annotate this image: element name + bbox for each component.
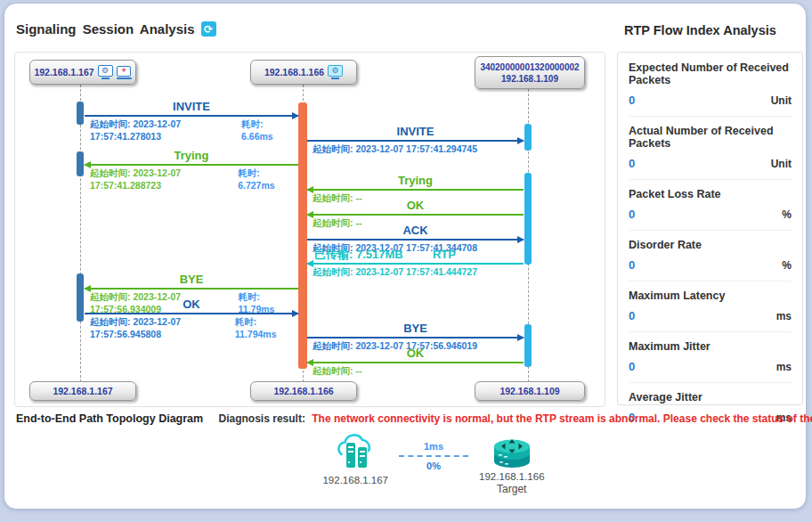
metric-expected-number-of-received-packets: Expected Number of Received Packets0Unit	[629, 53, 792, 117]
message-arrow	[307, 214, 524, 216]
message-label-row: 已传输: 7.517MBRTP	[307, 249, 524, 263]
message-arrow	[307, 263, 524, 265]
metric-label: Maximum Jitter	[629, 340, 792, 353]
rtp-transferred-label: 已传输: 7.517MB	[314, 249, 403, 261]
metric-value: 0	[629, 258, 635, 272]
metric-value: 0	[629, 208, 635, 221]
node-top-166-label: 192.168.1.166	[264, 67, 324, 77]
metric-value-row: 0%	[629, 258, 792, 272]
laptop-diagnostic-icon[interactable]: +	[117, 66, 132, 79]
message-label-row: INVITE	[307, 126, 524, 140]
message-label: RTP	[433, 249, 456, 261]
diagnosis-text: The network connectivity is normal, but …	[312, 412, 812, 425]
arrowhead-icon	[306, 211, 313, 218]
topology-target-sublabel: Target	[497, 483, 526, 495]
message-arrow	[307, 239, 524, 241]
node-top-166[interactable]: 192.168.1.166 ⚙	[250, 60, 357, 85]
activation-bar-167-1	[77, 102, 84, 125]
node-top-109-ip: 192.168.1.109	[501, 73, 558, 85]
metric-label: Expected Number of Received Packets	[629, 61, 792, 86]
page-title: Signaling Session Analysis ⟳	[16, 21, 216, 37]
metric-unit: %	[782, 259, 792, 272]
message-label-row: OK	[307, 347, 524, 362]
metric-value: 0	[629, 309, 635, 322]
message-arrow	[307, 140, 524, 142]
message-label-row: BYE	[307, 322, 524, 337]
message-start-time: 起始时间: 2023-12-07 17:57:56.945808	[90, 316, 235, 339]
rtp-metrics-panel: Expected Number of Received Packets0Unit…	[617, 52, 803, 405]
activation-bar-109-2	[524, 173, 532, 265]
metric-maximum-latency: Maximum Latency0ms	[629, 281, 792, 332]
topology-source-ip: 192.168.1.167	[322, 475, 388, 485]
metric-actual-number-of-received-packets: Actual Number of Received Packets0Unit	[629, 117, 792, 180]
footer-diagnosis-row: End-to-End Path Topology Diagram Diagnos…	[16, 412, 800, 425]
topology-node-target[interactable]: 192.168.1.166 Target	[479, 432, 545, 495]
metric-value-row: 0%	[629, 208, 792, 221]
metric-unit: %	[782, 208, 792, 221]
node-bottom-109: 192.168.1.109	[475, 381, 585, 401]
message-arrow	[307, 337, 524, 338]
metric-value: 0	[629, 360, 635, 373]
topology-title: End-to-End Path Topology Diagram	[16, 412, 203, 425]
message-rtp-6: 已传输: 7.517MBRTP起始时间: 2023-12-07 17:57:41…	[307, 249, 524, 279]
metric-value-row: 0Unit	[629, 157, 792, 170]
activation-bar-167-2	[77, 151, 84, 176]
message-trying-2: Trying起始时间: 2023-12-07 17:57:41.288723耗时…	[85, 150, 298, 191]
node-bottom-167-label: 192.168.1.167	[53, 386, 112, 396]
node-top-109-id: 34020000001320000002	[480, 61, 579, 73]
monitor-gear-icon-active[interactable]: ⚙	[328, 65, 343, 79]
message-details: 起始时间: 2023-12-07 17:57:41.444727	[307, 265, 524, 279]
node-top-167-label: 192.168.1.167	[34, 67, 93, 77]
metric-unit: ms	[776, 310, 792, 322]
metric-value-row: 0Unit	[629, 94, 792, 107]
refresh-icon[interactable]: ⟳	[201, 21, 216, 37]
arrowhead-icon	[517, 334, 524, 341]
metric-label: Actual Number of Received Packets	[629, 125, 792, 150]
arrowhead-icon	[306, 260, 313, 267]
message-arrow	[307, 189, 524, 191]
topology-node-source[interactable]: 192.168.1.167	[322, 432, 388, 485]
message-start-time: 起始时间: 2023-12-07 17:57:41.288723	[90, 167, 238, 191]
arrowhead-icon	[517, 137, 524, 144]
message-arrow	[85, 115, 298, 117]
metric-value: 0	[629, 157, 635, 170]
node-bottom-167: 192.168.1.167	[29, 381, 136, 401]
arrowhead-icon	[292, 310, 299, 317]
topology-link: 1ms 0%	[397, 441, 470, 471]
message-details: 起始时间: 2023-12-07 17:57:41.278013耗时: 6.66…	[85, 117, 298, 142]
message-arrow	[307, 362, 524, 363]
arrowhead-icon	[517, 236, 524, 243]
message-arrow	[85, 313, 298, 314]
lifeline-167	[80, 85, 81, 382]
message-start-time: 起始时间: 2023-12-07 17:57:41.294745	[313, 143, 477, 156]
message-details: 起始时间: 2023-12-07 17:57:41.294745	[307, 142, 524, 156]
metric-label: Disorder Rate	[629, 239, 792, 251]
diagnosis-label: Diagnosis result:	[219, 412, 305, 425]
metric-label: Maximum Latency	[629, 290, 792, 302]
metric-packet-loss-rate: Packet Loss Rate0%	[629, 180, 792, 231]
node-bottom-166-label: 192.168.1.166	[273, 386, 333, 396]
message-label-row: Trying	[85, 150, 298, 164]
message-start-time: 起始时间: 2023-12-07 17:57:41.444727	[313, 266, 477, 279]
metric-unit: ms	[776, 361, 792, 373]
monitor-gear-icon[interactable]: ⚙	[98, 65, 113, 79]
message-invite-0: INVITE起始时间: 2023-12-07 17:57:41.278013耗时…	[85, 101, 298, 142]
arrowhead-icon	[292, 112, 299, 119]
metric-value-row: 0ms	[629, 360, 792, 373]
node-bottom-166: 192.168.1.166	[250, 381, 357, 401]
node-top-167[interactable]: 192.168.1.167 ⚙ +	[29, 60, 136, 85]
node-top-109[interactable]: 34020000001320000002 192.168.1.109	[475, 56, 585, 89]
path-topology: 192.168.1.167 1ms 0% 192.168.1.166 T	[318, 432, 549, 495]
arrowhead-icon	[306, 186, 313, 193]
activation-bar-166	[298, 102, 307, 369]
message-label-row: INVITE	[85, 101, 298, 115]
topology-target-ip: 192.168.1.166	[479, 471, 545, 482]
metric-label: Average Jitter	[629, 391, 792, 404]
metric-value-row: 0ms	[629, 309, 792, 322]
router-icon	[490, 432, 534, 469]
page-title-text: Signaling Session Analysis	[16, 21, 195, 37]
link-dashed-line	[399, 455, 468, 457]
arrowhead-icon	[306, 359, 313, 366]
signaling-sequence-diagram: 192.168.1.167 ⚙ + 192.168.1.166 ⚙ 340200…	[14, 52, 605, 407]
message-invite-1: INVITE起始时间: 2023-12-07 17:57:41.294745	[307, 126, 524, 156]
